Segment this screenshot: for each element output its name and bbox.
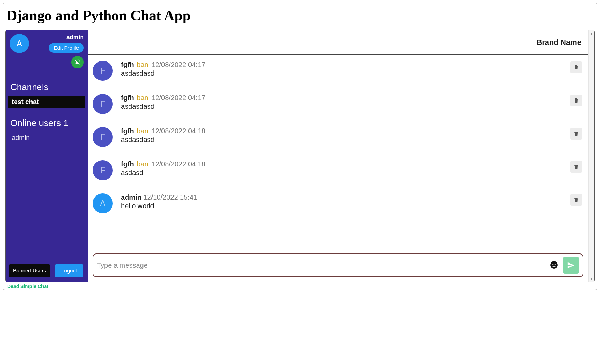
message-body: fgfh ban 12/08/2022 04:18asdasdasd: [121, 127, 570, 144]
online-user-item[interactable]: admin: [6, 132, 88, 144]
delete-message-button[interactable]: [570, 61, 582, 73]
smile-icon: [550, 260, 559, 269]
scrollbar[interactable]: ▲ ▼: [588, 30, 594, 282]
edit-profile-button[interactable]: Edit Profile: [49, 43, 84, 53]
trash-icon: [573, 131, 579, 136]
message-avatar[interactable]: F: [93, 94, 113, 114]
paper-plane-icon: [567, 261, 575, 269]
logout-button[interactable]: Logout: [55, 264, 83, 277]
brand-name: Brand Name: [536, 38, 581, 47]
mute-notifications-button[interactable]: [71, 56, 84, 68]
channel-item[interactable]: test chat: [8, 96, 85, 108]
message-meta: fgfh ban 12/08/2022 04:17: [121, 61, 570, 69]
message-avatar[interactable]: F: [93, 160, 113, 180]
scroll-track[interactable]: [589, 37, 594, 276]
banned-users-button[interactable]: Banned Users: [9, 264, 50, 277]
divider: [10, 74, 83, 74]
message-row: Ffgfh ban 12/08/2022 04:17asdasdasd: [93, 94, 582, 114]
message-username: fgfh: [121, 127, 134, 135]
sidebar: A admin Edit Profile Channels test chat …: [6, 30, 88, 282]
footer-link[interactable]: Dead Simple Chat: [5, 282, 595, 289]
chat-main: Brand Name Ffgfh ban 12/08/2022 04:17asd…: [88, 30, 588, 282]
trash-icon: [573, 65, 579, 70]
chat-header: Brand Name: [88, 30, 588, 55]
trash-icon: [573, 164, 579, 170]
message-body: fgfh ban 12/08/2022 04:17asdasdasd: [121, 94, 570, 111]
message-timestamp: 12/08/2022 04:18: [151, 160, 205, 168]
message-timestamp: 12/08/2022 04:18: [151, 127, 205, 135]
avatar[interactable]: A: [10, 34, 29, 53]
message-composer: [93, 253, 583, 277]
svg-point-2: [555, 264, 556, 265]
message-username: fgfh: [121, 160, 134, 168]
message-text: asdasdasd: [121, 136, 570, 144]
ban-user-link[interactable]: ban: [137, 160, 148, 168]
message-text: asdasdasd: [121, 103, 570, 111]
message-list[interactable]: Ffgfh ban 12/08/2022 04:17asdasdasdFfgfh…: [88, 55, 588, 251]
message-timestamp: 12/10/2022 15:41: [143, 193, 197, 201]
ban-user-link[interactable]: ban: [137, 94, 148, 102]
message-avatar[interactable]: A: [93, 193, 113, 213]
message-input[interactable]: [97, 261, 545, 269]
message-body: fgfh ban 12/08/2022 04:18asdasd: [121, 160, 570, 177]
message-row: Aadmin 12/10/2022 15:41hello world: [93, 193, 582, 213]
message-meta: fgfh ban 12/08/2022 04:18: [121, 160, 570, 168]
send-button[interactable]: [563, 257, 579, 274]
svg-point-1: [552, 264, 553, 265]
delete-message-button[interactable]: [570, 161, 582, 173]
channels-heading: Channels: [6, 76, 88, 96]
delete-message-button[interactable]: [570, 128, 582, 140]
message-username: fgfh: [121, 61, 134, 68]
message-timestamp: 12/08/2022 04:17: [151, 94, 205, 102]
sidebar-profile: A admin Edit Profile: [6, 34, 88, 56]
svg-point-0: [550, 261, 558, 269]
notification-row: [6, 56, 88, 72]
divider: [10, 110, 83, 110]
ban-user-link[interactable]: ban: [137, 127, 148, 135]
username-label: admin: [29, 34, 84, 41]
emoji-picker-button[interactable]: [549, 260, 559, 271]
chat-widget: A admin Edit Profile Channels test chat …: [5, 30, 595, 282]
scroll-down-arrow[interactable]: ▼: [589, 276, 594, 282]
delete-message-button[interactable]: [570, 194, 582, 206]
message-body: admin 12/10/2022 15:41hello world: [121, 193, 570, 210]
message-body: fgfh ban 12/08/2022 04:17asdasdasd: [121, 61, 570, 77]
ban-user-link[interactable]: ban: [137, 61, 148, 68]
trash-icon: [573, 197, 579, 203]
message-text: asdasdasd: [121, 69, 570, 77]
online-users-list: admin: [6, 132, 88, 144]
message-text: asdasd: [121, 169, 570, 177]
message-row: Ffgfh ban 12/08/2022 04:17asdasdasd: [93, 61, 582, 81]
message-row: Ffgfh ban 12/08/2022 04:18asdasd: [93, 160, 582, 180]
message-avatar[interactable]: F: [93, 127, 113, 147]
bell-slash-icon: [74, 59, 81, 65]
message-timestamp: 12/08/2022 04:17: [151, 61, 205, 68]
page-title: Django and Python Chat App: [7, 7, 595, 24]
message-username: admin: [121, 193, 141, 201]
message-text: hello world: [121, 202, 570, 210]
message-meta: fgfh ban 12/08/2022 04:18: [121, 127, 570, 135]
message-avatar[interactable]: F: [93, 61, 113, 81]
message-username: fgfh: [121, 94, 134, 102]
delete-message-button[interactable]: [570, 95, 582, 106]
message-row: Ffgfh ban 12/08/2022 04:18asdasdasd: [93, 127, 582, 147]
sidebar-actions: Banned Users Logout: [6, 261, 88, 282]
sidebar-spacer: [6, 144, 88, 261]
profile-info: admin Edit Profile: [29, 34, 84, 53]
app-window: Django and Python Chat App A admin Edit …: [3, 3, 597, 290]
message-meta: fgfh ban 12/08/2022 04:17: [121, 94, 570, 102]
message-meta: admin 12/10/2022 15:41: [121, 193, 570, 201]
trash-icon: [573, 98, 579, 103]
scroll-up-arrow[interactable]: ▲: [589, 30, 594, 37]
channel-list: test chat: [6, 96, 88, 108]
online-users-heading: Online users 1: [6, 112, 88, 132]
